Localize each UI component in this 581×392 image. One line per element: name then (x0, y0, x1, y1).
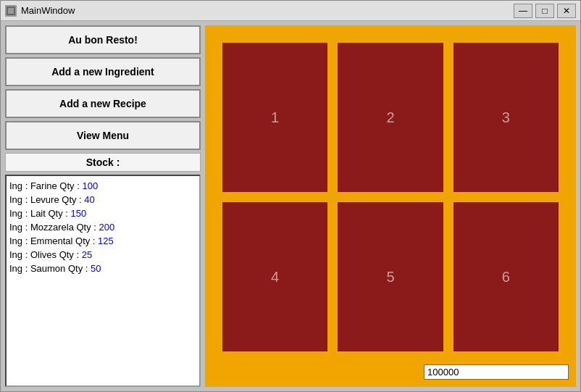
window-title: MainWindow (21, 5, 75, 16)
list-item: Ing : Mozzarela Qty : 200 (9, 220, 196, 234)
main-window: MainWindow — □ ✕ Au bon Resto! Add a new… (0, 0, 581, 392)
add-recipe-button[interactable]: Add a new Recipe (5, 89, 201, 118)
recipe-card-5[interactable]: 5 (338, 202, 443, 351)
bottom-input-bar (212, 362, 569, 380)
title-bar: MainWindow — □ ✕ (1, 1, 580, 21)
close-button[interactable]: ✕ (557, 4, 576, 18)
svg-rect-1 (8, 8, 14, 14)
list-item: Ing : Farine Qty : 100 (9, 179, 196, 193)
list-item: Ing : Emmental Qty : 125 (9, 234, 196, 248)
brand-button[interactable]: Au bon Resto! (5, 25, 201, 54)
right-panel: 123456 (205, 25, 576, 387)
stock-list[interactable]: Ing : Farine Qty : 100Ing : Levure Qty :… (5, 175, 201, 387)
minimize-button[interactable]: — (514, 4, 532, 18)
window-controls: — □ ✕ (514, 4, 576, 18)
stock-label: Stock : (5, 153, 201, 172)
list-item: Ing : Saumon Qty : 50 (9, 262, 196, 275)
recipe-grid: 123456 (212, 33, 569, 362)
list-item: Ing : Olives Qty : 25 (9, 248, 196, 262)
recipe-card-2[interactable]: 2 (338, 43, 443, 192)
view-menu-button[interactable]: View Menu (5, 121, 201, 150)
list-item: Ing : Levure Qty : 40 (9, 193, 196, 207)
window-body: Au bon Resto! Add a new Ingredient Add a… (1, 21, 580, 391)
app-icon (5, 5, 17, 17)
bottom-input[interactable] (424, 364, 569, 380)
recipe-card-6[interactable]: 6 (453, 202, 559, 351)
recipe-card-4[interactable]: 4 (222, 202, 327, 351)
add-ingredient-button[interactable]: Add a new Ingredient (5, 57, 201, 86)
list-item: Ing : Lait Qty : 150 (9, 207, 196, 220)
recipe-card-1[interactable]: 1 (222, 43, 327, 192)
left-panel: Au bon Resto! Add a new Ingredient Add a… (5, 25, 201, 387)
title-bar-left: MainWindow (5, 5, 75, 17)
recipe-card-3[interactable]: 3 (453, 43, 559, 192)
maximize-button[interactable]: □ (535, 4, 554, 18)
